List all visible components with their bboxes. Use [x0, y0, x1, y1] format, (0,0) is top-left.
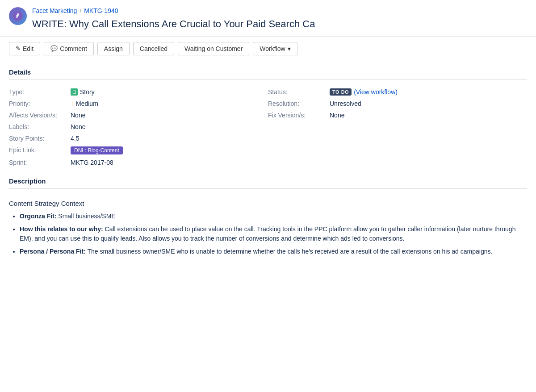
- detail-row-affects-version: Affects Version/s: None: [9, 109, 268, 121]
- labels-label: Labels:: [9, 123, 67, 130]
- chevron-down-icon: ▾: [288, 45, 291, 52]
- list-item-text-1: Small business/SME: [58, 213, 115, 220]
- priority-label: Priority:: [9, 100, 67, 107]
- edit-button[interactable]: ✎ Edit: [9, 42, 40, 55]
- story-points-value: 4.5: [71, 135, 79, 142]
- page-title: WRITE: Why Call Extensions Are Crucial t…: [32, 18, 315, 31]
- breadcrumb-issue-id[interactable]: MKTG-1940: [84, 7, 118, 14]
- detail-row-epic-link: Epic Link: DNL: Blog-Content: [9, 144, 268, 157]
- app-logo: [9, 7, 27, 25]
- list-item: Persona / Persona Fit: The small busines…: [20, 247, 527, 256]
- story-type-icon: ◻: [71, 88, 78, 96]
- priority-icon: ↑: [71, 100, 74, 107]
- list-item-bold-3: Persona / Persona Fit:: [20, 248, 86, 255]
- labels-value: None: [71, 123, 85, 130]
- breadcrumb-separator: /: [80, 7, 81, 14]
- fix-version-value: None: [330, 112, 344, 119]
- status-label: Status:: [268, 88, 326, 96]
- cancelled-button[interactable]: Cancelled: [133, 42, 174, 55]
- affects-version-label: Affects Version/s:: [9, 112, 67, 119]
- description-subtitle: Content Strategy Context: [9, 200, 527, 207]
- priority-value: ↑ Medium: [71, 100, 98, 107]
- description-content: Content Strategy Context Orgonza Fit: Sm…: [9, 195, 527, 256]
- breadcrumb: Facet Marketing / MKTG-1940: [32, 7, 315, 14]
- detail-row-sprint: Sprint: MKTG 2017-08: [9, 157, 268, 168]
- main-content: Details Type: ◻ Story Priority: ↑ Medium…: [0, 61, 536, 263]
- sprint-label: Sprint:: [9, 159, 67, 166]
- details-section-title: Details: [9, 68, 527, 80]
- detail-row-resolution: Resolution: Unresolved: [268, 98, 527, 109]
- type-value: ◻ Story: [71, 88, 95, 96]
- description-section: Description Content Strategy Context Org…: [9, 177, 527, 256]
- view-workflow-link[interactable]: (View workflow): [354, 88, 398, 96]
- epic-link-badge[interactable]: DNL: Blog-Content: [71, 146, 123, 154]
- breadcrumb-org[interactable]: Facet Marketing: [32, 7, 77, 14]
- detail-row-type: Type: ◻ Story: [9, 86, 268, 98]
- comment-button[interactable]: 💬 Comment: [44, 42, 94, 55]
- list-item-bold-2: How this relates to our why:: [20, 225, 103, 233]
- edit-icon: ✎: [16, 45, 21, 52]
- toolbar: ✎ Edit 💬 Comment Assign Cancelled Waitin…: [0, 37, 536, 61]
- description-list: Orgonza Fit: Small business/SME How this…: [20, 212, 527, 256]
- workflow-button[interactable]: Workflow ▾: [253, 42, 297, 55]
- sprint-value: MKTG 2017-08: [71, 159, 113, 166]
- type-label: Type:: [9, 88, 67, 96]
- list-item-text-3: The small business owner/SME who is unab…: [87, 248, 492, 255]
- description-section-title: Description: [9, 177, 527, 189]
- epic-link-label: Epic Link:: [9, 146, 67, 154]
- story-points-label: Story Points:: [9, 135, 67, 142]
- status-value: TO DO (View workflow): [330, 88, 398, 96]
- resolution-value: Unresolved: [330, 100, 361, 107]
- list-item: Orgonza Fit: Small business/SME: [20, 212, 527, 221]
- detail-row-priority: Priority: ↑ Medium: [9, 98, 268, 109]
- epic-link-value[interactable]: DNL: Blog-Content: [71, 146, 123, 154]
- details-grid: Type: ◻ Story Priority: ↑ Medium Affects…: [9, 86, 527, 168]
- list-item-bold-1: Orgonza Fit:: [20, 213, 56, 220]
- details-right-col: Status: TO DO (View workflow) Resolution…: [268, 86, 527, 168]
- details-left-col: Type: ◻ Story Priority: ↑ Medium Affects…: [9, 86, 268, 168]
- status-badge: TO DO: [330, 88, 352, 96]
- fix-version-label: Fix Version/s:: [268, 112, 326, 119]
- resolution-label: Resolution:: [268, 100, 326, 107]
- assign-button[interactable]: Assign: [97, 42, 130, 55]
- detail-row-status: Status: TO DO (View workflow): [268, 86, 527, 98]
- list-item: How this relates to our why: Call extens…: [20, 225, 527, 243]
- waiting-on-customer-button[interactable]: Waiting on Customer: [178, 42, 249, 55]
- detail-row-fix-version: Fix Version/s: None: [268, 109, 527, 121]
- comment-icon: 💬: [50, 45, 58, 52]
- detail-row-labels: Labels: None: [9, 121, 268, 133]
- affects-version-value: None: [71, 112, 85, 119]
- detail-row-story-points: Story Points: 4.5: [9, 133, 268, 144]
